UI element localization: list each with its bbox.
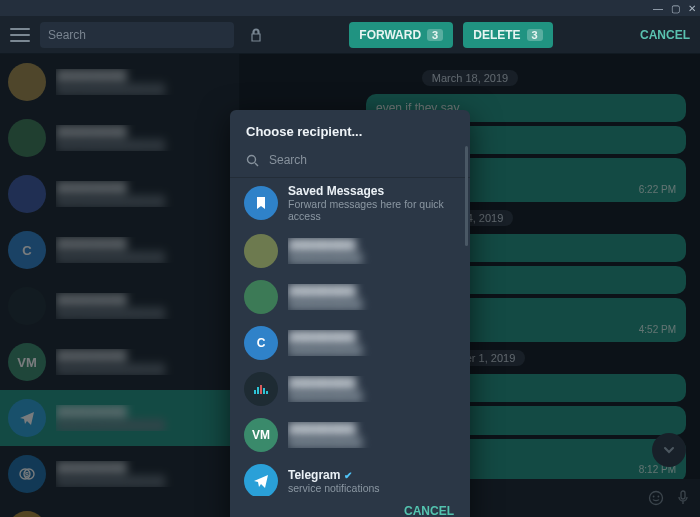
recipient-item[interactable]: ██████████████████ (230, 228, 470, 274)
menu-button[interactable] (10, 28, 30, 42)
modal-overlay[interactable]: Choose recipient... Search Saved Message… (0, 54, 700, 517)
recipient-name: Saved Messages (288, 184, 456, 198)
recipient-avatar (244, 464, 278, 496)
forward-button[interactable]: FORWARD 3 (349, 22, 453, 48)
recipient-sub: service notifications (288, 482, 456, 494)
modal-footer: CANCEL (230, 496, 470, 517)
recipient-name: ████████ (288, 284, 456, 298)
recipient-name: ████████ (288, 330, 456, 344)
recipient-sub: ██████████ (288, 252, 456, 264)
svg-rect-11 (263, 388, 265, 394)
top-toolbar: Search FORWARD 3 DELETE 3 CANCEL (0, 16, 700, 54)
svg-rect-12 (266, 391, 268, 394)
forward-count-badge: 3 (427, 29, 443, 41)
recipient-sub: ██████████ (288, 436, 456, 448)
recipient-sub: Forward messages here for quick access (288, 198, 456, 222)
delete-label: DELETE (473, 28, 520, 42)
scrollbar-thumb[interactable] (465, 177, 468, 246)
recipient-avatar: VM (244, 418, 278, 452)
delete-count-badge: 3 (527, 29, 543, 41)
window-titlebar: — ▢ ✕ (0, 0, 700, 16)
search-icon (246, 154, 259, 167)
svg-rect-10 (260, 385, 262, 394)
chat-search-input[interactable]: Search (40, 22, 234, 48)
recipient-avatar (244, 280, 278, 314)
modal-cancel-button[interactable]: CANCEL (404, 504, 454, 517)
recipient-name: Telegram ✔ (288, 468, 456, 482)
recipient-item[interactable]: Saved MessagesForward messages here for … (230, 178, 470, 228)
recipient-item[interactable]: C██████████████████ (230, 320, 470, 366)
modal-search-row: Search (230, 147, 470, 177)
choose-recipient-modal: Choose recipient... Search Saved Message… (230, 110, 470, 517)
svg-point-7 (248, 155, 256, 163)
recipient-name: ████████ (288, 422, 456, 436)
recipient-sub: ██████████ (288, 390, 456, 402)
recipient-sub: ██████████ (288, 344, 456, 356)
recipient-avatar (244, 372, 278, 406)
recipient-item[interactable]: ██████████████████ (230, 274, 470, 320)
window-minimize-button[interactable]: — (653, 3, 663, 14)
svg-rect-8 (254, 390, 256, 394)
window-maximize-button[interactable]: ▢ (671, 3, 680, 14)
modal-title: Choose recipient... (230, 110, 470, 147)
svg-rect-9 (257, 387, 259, 394)
recipient-sub: ██████████ (288, 298, 456, 310)
recipient-item[interactable]: ██████████████████ (230, 366, 470, 412)
app-body: ████████████████████████████████████████… (0, 54, 700, 517)
topbar-left: Search (0, 22, 240, 48)
delete-button[interactable]: DELETE 3 (463, 22, 552, 48)
recipient-item[interactable]: Telegram ✔service notifications (230, 458, 470, 496)
window-close-button[interactable]: ✕ (688, 3, 696, 14)
recipient-name: ████████ (288, 238, 456, 252)
recipient-avatar: C (244, 326, 278, 360)
forward-label: FORWARD (359, 28, 421, 42)
modal-search-input[interactable]: Search (269, 153, 307, 167)
recipient-avatar (244, 186, 278, 220)
selection-cancel-button[interactable]: CANCEL (640, 28, 690, 42)
recipient-avatar (244, 234, 278, 268)
app-window: — ▢ ✕ Search FORWARD 3 DELETE 3 CANCEL █… (0, 0, 700, 517)
topbar-right: FORWARD 3 DELETE 3 CANCEL (240, 22, 700, 48)
recipient-item[interactable]: VM██████████████████ (230, 412, 470, 458)
recipient-name: ████████ (288, 376, 456, 390)
verified-icon: ✔ (344, 470, 352, 481)
recipient-list[interactable]: Saved MessagesForward messages here for … (230, 177, 470, 496)
lock-icon[interactable] (250, 28, 262, 42)
